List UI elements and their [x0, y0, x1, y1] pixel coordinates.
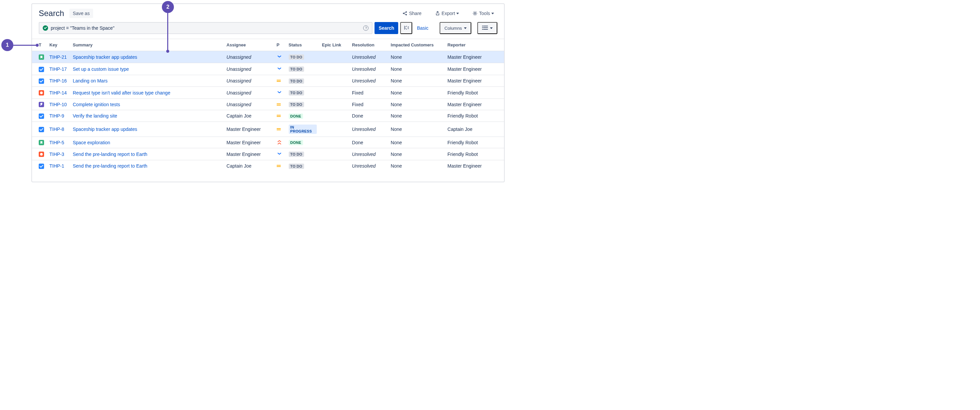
gear-icon — [472, 11, 478, 16]
cell-type — [32, 137, 47, 148]
issue-type-task-icon — [39, 127, 44, 132]
annotation-label: 1 — [6, 42, 9, 48]
cell-priority — [274, 87, 286, 99]
cell-impacted: None — [388, 51, 445, 63]
basic-link[interactable]: Basic — [414, 26, 431, 31]
cell-type — [32, 75, 47, 87]
impacted-value: None — [391, 102, 402, 107]
chevron-down-icon — [490, 27, 493, 29]
annotation-bubble-2: 2 — [162, 1, 174, 13]
issue-summary-link[interactable]: Spaceship tracker app updates — [73, 54, 137, 60]
cell-impacted: None — [388, 148, 445, 160]
issue-summary-link[interactable]: Landing on Mars — [73, 78, 108, 83]
cell-assignee: Unassigned — [224, 75, 274, 87]
save-as-button[interactable]: Save as — [69, 9, 93, 18]
resolution-value: Unresolved — [352, 163, 376, 169]
export-button[interactable]: Export — [431, 9, 462, 18]
table-row[interactable]: TIHP-9Verify the landing siteCaptain Joe… — [32, 110, 504, 122]
col-header-impacted[interactable]: Impacted Customers — [388, 39, 445, 51]
search-panel: Search Save as Share Export Tools — [31, 3, 505, 182]
assignee-value: Unassigned — [227, 78, 251, 83]
table-row[interactable]: TIHP-21Spaceship tracker app updatesUnas… — [32, 51, 504, 63]
assignee-value: Master Engineer — [227, 126, 261, 132]
share-button[interactable]: Share — [399, 9, 425, 18]
col-header-reporter[interactable]: Reporter — [445, 39, 504, 51]
export-label: Export — [442, 11, 455, 16]
cell-summary: Send the pre-landing report to Earth — [70, 148, 224, 160]
tools-button[interactable]: Tools — [469, 9, 497, 18]
issue-summary-link[interactable]: Space exploration — [73, 140, 110, 145]
issue-summary-link[interactable]: Verify the landing site — [73, 113, 117, 118]
header-row: Search Save as Share Export Tools — [32, 4, 504, 22]
issue-summary-link[interactable]: Spaceship tracker app updates — [73, 126, 137, 132]
priority-low-icon — [277, 89, 282, 95]
issue-summary-link[interactable]: Request type isn't valid after issue typ… — [73, 90, 170, 96]
columns-button[interactable]: Columns — [440, 22, 471, 34]
col-header-epic-link[interactable]: Epic Link — [320, 39, 350, 51]
annotation-line-2 — [167, 13, 168, 50]
col-header-priority[interactable]: P — [274, 39, 286, 51]
table-row[interactable]: TIHP-17Set up a custom issue typeUnassig… — [32, 63, 504, 75]
issue-summary-link[interactable]: Complete ignition tests — [73, 102, 120, 107]
help-icon[interactable]: ? — [363, 26, 369, 31]
cell-reporter: Master Engineer — [445, 160, 504, 172]
cell-epic-link — [320, 99, 350, 110]
svg-point-3 — [474, 13, 476, 14]
priority-medium-icon — [277, 102, 282, 107]
issue-key-link[interactable]: TIHP-16 — [49, 78, 67, 83]
cell-type — [32, 63, 47, 75]
table-row[interactable]: TIHP-5Space explorationMaster EngineerDO… — [32, 137, 504, 148]
table-row[interactable]: TIHP-14Request type isn't valid after is… — [32, 87, 504, 99]
table-row[interactable]: TIHP-16Landing on MarsUnassignedTO DOUnr… — [32, 75, 504, 87]
issue-key-link[interactable]: TIHP-8 — [49, 126, 64, 132]
issue-key-link[interactable]: TIHP-3 — [49, 152, 64, 157]
cell-impacted: None — [388, 99, 445, 110]
table-row[interactable]: TIHP-10Complete ignition testsUnassigned… — [32, 99, 504, 110]
col-header-resolution[interactable]: Resolution — [350, 39, 388, 51]
search-button[interactable]: Search — [374, 22, 398, 34]
col-header-summary[interactable]: Summary — [70, 39, 224, 51]
issue-summary-link[interactable]: Set up a custom issue type — [73, 67, 129, 72]
cell-type — [32, 51, 47, 63]
table-row[interactable]: TIHP-8Spaceship tracker app updatesMaste… — [32, 122, 504, 137]
col-header-assignee[interactable]: Assignee — [224, 39, 274, 51]
cell-priority — [274, 51, 286, 63]
cell-impacted: None — [388, 75, 445, 87]
col-header-key[interactable]: Key — [47, 39, 70, 51]
issue-key-link[interactable]: TIHP-9 — [49, 113, 64, 118]
chevron-down-icon — [492, 13, 494, 14]
results-table-area: T Key Summary Assignee P Status Epic Lin… — [32, 39, 504, 182]
cell-priority — [274, 99, 286, 110]
search-bar-row: project = "Teams in the Space" ? Search … — [32, 22, 504, 39]
col-header-status[interactable]: Status — [286, 39, 320, 51]
status-lozenge: DONE — [289, 140, 303, 145]
issue-summary-link[interactable]: Send the pre-landing report to Earth — [73, 152, 147, 157]
issue-key-link[interactable]: TIHP-17 — [49, 67, 67, 72]
issue-type-task-icon — [39, 164, 44, 169]
cell-summary: Verify the landing site — [70, 110, 224, 122]
assignee-value: Unassigned — [227, 90, 251, 96]
cell-resolution: Unresolved — [350, 63, 388, 75]
cell-summary: Request type isn't valid after issue typ… — [70, 87, 224, 99]
status-lozenge: TO DO — [289, 78, 304, 84]
reporter-value: Master Engineer — [448, 163, 482, 169]
table-row[interactable]: TIHP-3Send the pre-landing report to Ear… — [32, 148, 504, 160]
cell-epic-link — [320, 160, 350, 172]
issue-type-bug-icon — [39, 152, 44, 157]
table-row[interactable]: TIHP-1Send the pre-landing report to Ear… — [32, 160, 504, 172]
issue-key-link[interactable]: TIHP-14 — [49, 90, 67, 96]
priority-high-icon — [277, 140, 282, 145]
view-switcher-button[interactable] — [477, 22, 497, 34]
issue-key-link[interactable]: TIHP-21 — [49, 54, 67, 60]
cell-key: TIHP-10 — [47, 99, 70, 110]
resolution-value: Unresolved — [352, 54, 376, 60]
issue-key-link[interactable]: TIHP-5 — [49, 140, 64, 145]
resolution-value: Fixed — [352, 90, 363, 96]
syntax-help-button[interactable] — [400, 22, 412, 34]
jql-input[interactable]: project = "Teams in the Space" ? — [39, 22, 372, 34]
cell-type — [32, 87, 47, 99]
issue-summary-link[interactable]: Send the pre-landing report to Earth — [73, 163, 147, 169]
jql-valid-icon — [43, 26, 48, 31]
issue-key-link[interactable]: TIHP-1 — [49, 163, 64, 169]
issue-key-link[interactable]: TIHP-10 — [49, 102, 67, 107]
